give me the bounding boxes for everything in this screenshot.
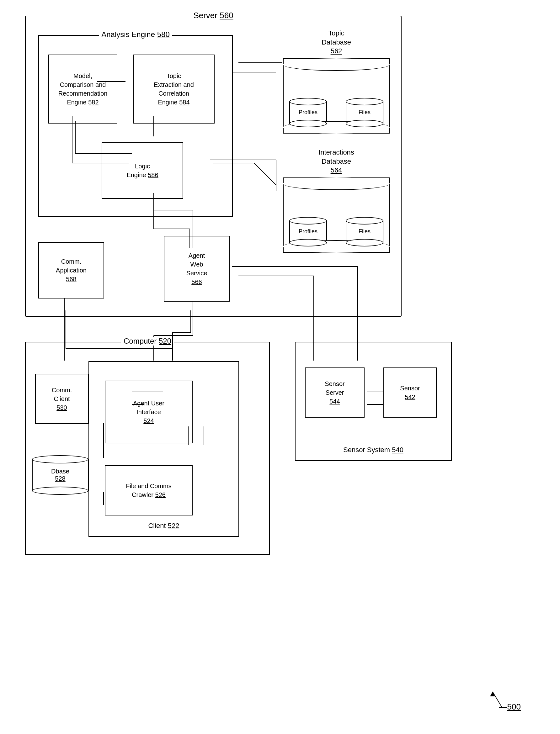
comm-application-box: Comm. Application 568 [38, 242, 104, 299]
analysis-engine-title: Analysis Engine 580 [99, 30, 172, 39]
interactions-files-cylinder: Files [346, 217, 383, 247]
computer-title: Computer 520 [121, 337, 174, 346]
comm-client-box: Comm. Client 530 [35, 374, 88, 424]
sensor-server-box: Sensor Server 544 [305, 367, 365, 417]
analysis-engine-box: Analysis Engine 580 Model, Comparison an… [38, 35, 233, 217]
sensor-system-box: Sensor System 540 Sensor Server 544 Sens… [295, 342, 452, 461]
server-box: Server 560 Analysis Engine 580 Model, Co… [25, 16, 402, 317]
interactions-profiles-cylinder: Profiles [289, 217, 327, 247]
model-box: Model, Comparison and Recommendation Eng… [48, 55, 117, 124]
agent-ui-box: Agent User Interface 524 [105, 380, 193, 443]
topic-extraction-box: Topic Extraction and Correlation Engine … [133, 55, 215, 124]
reference-number: —500 [483, 685, 521, 712]
topic-database: Topic Database 562 Profiles [283, 29, 390, 134]
computer-box: Computer 520 Comm. Client 530 Dbase 528 [25, 342, 270, 555]
server-title: Server 560 [191, 11, 236, 20]
dbase-cylinder: Dbase 528 [32, 455, 88, 495]
diagram-container: Server 560 Analysis Engine 580 Model, Co… [19, 9, 540, 721]
client-title: Client 522 [148, 522, 179, 530]
topic-profiles-cylinder: Profiles [289, 98, 327, 127]
topic-files-cylinder: Files [346, 98, 383, 127]
sensor-box: Sensor 542 [383, 367, 437, 417]
logic-engine-box: Logic Engine 586 [102, 142, 183, 199]
file-comms-box: File and Comms Crawler 526 [105, 465, 193, 515]
agent-web-service-box: Agent Web Service 566 [164, 236, 230, 302]
sensor-system-title: Sensor System 540 [343, 446, 403, 454]
interactions-database: Interactions Database 564 Profiles [283, 148, 390, 253]
client-box: Client 522 Agent User Interface 524 File… [88, 361, 239, 537]
